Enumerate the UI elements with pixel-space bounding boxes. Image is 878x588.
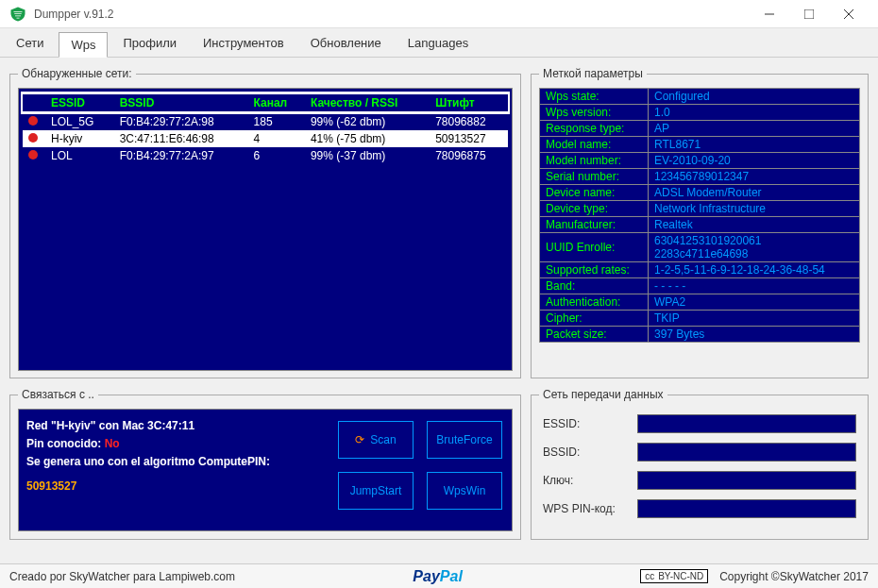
detail-value: Configured xyxy=(649,89,860,105)
detail-value: Realtek xyxy=(649,217,860,233)
connect-legend: Связаться с .. xyxy=(18,388,98,401)
maximize-button[interactable] xyxy=(789,1,829,27)
field-label: BSSID: xyxy=(543,445,637,459)
tab-сети[interactable]: Сети xyxy=(5,31,55,57)
details-panel: Меткой параметры Wps state:ConfiguredWps… xyxy=(531,67,869,378)
tab-wps[interactable]: Wps xyxy=(59,32,108,58)
detected-networks-panel: Обнаруженные сети: ESSIDBSSIDКаналКачест… xyxy=(9,67,521,378)
detail-value: ADSL Modem/Router xyxy=(649,185,860,201)
detail-key: Band: xyxy=(540,278,649,294)
detail-key: Response type: xyxy=(540,121,649,137)
detail-key: Device name: xyxy=(540,185,649,201)
detail-value: Network Infrastructure xyxy=(649,201,860,217)
titlebar: Dumpper v.91.2 xyxy=(0,0,878,28)
connect-line1: Red "H-kyiv" con Mac 3C:47:11 xyxy=(26,419,194,432)
scan-button[interactable]: ⟳Scan xyxy=(338,421,414,459)
detail-key: Device type: xyxy=(540,201,649,217)
status-right: Copyright ©SkyWatcher 2017 xyxy=(719,570,869,583)
bruteforce-button[interactable]: BruteForce xyxy=(427,421,502,459)
detail-value: 123456789012347 xyxy=(649,169,860,185)
detail-key: Packet size: xyxy=(540,327,649,343)
network-data-panel: Сеть передачи данных ESSID:BSSID:Ключ:WP… xyxy=(531,388,869,540)
field-label: Ключ: xyxy=(543,474,637,487)
cc-badge: cc BY-NC-ND xyxy=(640,569,708,583)
tab-bar: СетиWpsПрофилиИнструментовОбновлениеLang… xyxy=(0,28,878,58)
detail-key: Model number: xyxy=(540,153,649,169)
detail-value: 1.0 xyxy=(649,105,860,121)
network-row[interactable]: LOL_5GF0:B4:29:77:2A:9818599% (-62 dbm)7… xyxy=(23,112,508,130)
status-dot-icon xyxy=(28,116,38,126)
field-input[interactable] xyxy=(637,443,856,462)
col-header[interactable]: Канал xyxy=(248,93,305,112)
svg-rect-1 xyxy=(804,9,814,19)
field-input[interactable] xyxy=(637,499,856,518)
status-dot-icon xyxy=(28,150,38,160)
field-input[interactable] xyxy=(637,414,856,433)
detail-value: TKIP xyxy=(649,311,860,327)
detail-value: 63041253101920061​2283c4711e64698 xyxy=(649,233,860,262)
network-row[interactable]: H-kyiv3C:47:11:E6:46:98441% (-75 dbm)509… xyxy=(23,130,508,147)
status-left: Creado por SkyWatcher para Lampiweb.com xyxy=(9,570,235,583)
detail-key: Serial number: xyxy=(540,169,649,185)
app-logo-icon xyxy=(9,6,26,23)
connect-line2a: Pin conocido: xyxy=(26,437,105,450)
window-title: Dumpper v.91.2 xyxy=(34,8,750,21)
col-header[interactable]: Качество / RSSI xyxy=(305,93,430,112)
detail-value: 1-2-5,5-11-6-9-12-18-24-36-48-54 xyxy=(649,262,860,278)
wpswin-button[interactable]: WpsWin xyxy=(427,472,502,510)
detail-key: Cipher: xyxy=(540,311,649,327)
connect-panel: Связаться с .. Red "H-kyiv" con Mac 3C:4… xyxy=(9,388,521,540)
detail-key: Model name: xyxy=(540,137,649,153)
detail-key: Manufacturer: xyxy=(540,217,649,233)
detail-key: Wps state: xyxy=(540,89,649,105)
connect-pin: 50913527 xyxy=(26,479,76,493)
tab-обновление[interactable]: Обновление xyxy=(299,31,393,57)
detail-value: RTL8671 xyxy=(649,137,860,153)
detail-value: 397 Bytes xyxy=(649,327,860,343)
connect-pin-known: No xyxy=(105,437,120,450)
refresh-icon: ⟳ xyxy=(355,433,364,446)
netdata-legend: Сеть передачи данных xyxy=(539,388,667,401)
detected-legend: Обнаруженные сети: xyxy=(18,67,136,80)
status-bar: Creado por SkyWatcher para Lampiweb.com … xyxy=(0,563,878,588)
detail-key: Supported rates: xyxy=(540,262,649,278)
detail-value: EV-2010-09-20 xyxy=(649,153,860,169)
detail-value: WPA2 xyxy=(649,294,860,311)
tab-профили[interactable]: Профили xyxy=(111,31,188,57)
detail-value: - - - - - xyxy=(649,278,860,294)
jumpstart-button[interactable]: JumpStart xyxy=(338,472,414,510)
detail-value: AP xyxy=(649,121,860,137)
detail-key: Wps version: xyxy=(540,105,649,121)
detail-key: Authentication: xyxy=(540,294,649,311)
status-dot-icon xyxy=(28,133,38,143)
details-legend: Меткой параметры xyxy=(539,67,647,80)
col-header[interactable]: BSSID xyxy=(114,93,248,112)
details-table: Wps state:ConfiguredWps version:1.0Respo… xyxy=(539,88,860,343)
field-label: ESSID: xyxy=(543,417,637,430)
network-row[interactable]: LOLF0:B4:29:77:2A:97699% (-37 dbm)780968… xyxy=(23,147,508,164)
col-header[interactable]: ESSID xyxy=(45,93,114,112)
col-header[interactable]: Штифт xyxy=(430,93,508,112)
field-input[interactable] xyxy=(637,471,856,490)
tab-languages[interactable]: Languages xyxy=(397,31,480,57)
connect-line3: Se genera uno con el algoritmo ComputePI… xyxy=(26,455,270,468)
close-button[interactable] xyxy=(829,1,869,27)
paypal-logo[interactable]: PayPal xyxy=(413,568,462,585)
tab-инструментов[interactable]: Инструментов xyxy=(192,31,295,57)
minimize-button[interactable] xyxy=(750,1,789,27)
field-label: WPS PIN-код: xyxy=(543,502,637,515)
networks-table[interactable]: ESSIDBSSIDКаналКачество / RSSIШтифт LOL_… xyxy=(23,92,508,164)
detail-key: UUID Enrolle: xyxy=(540,233,649,262)
